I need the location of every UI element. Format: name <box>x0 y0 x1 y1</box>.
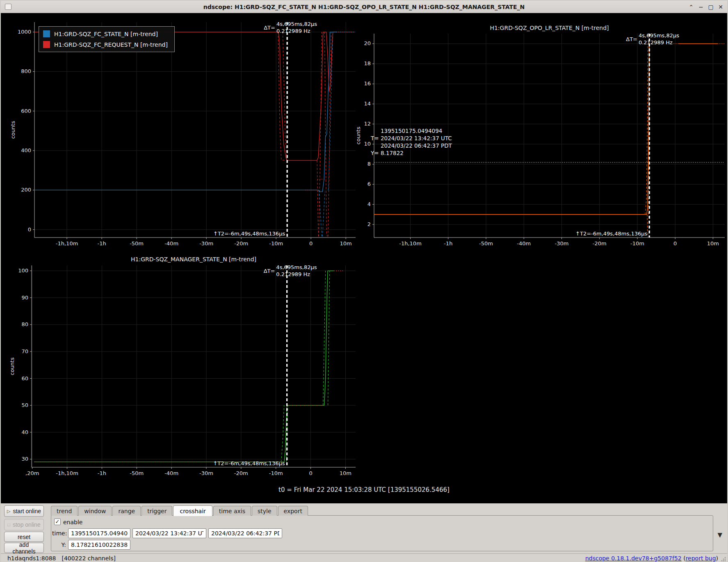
x-tick-label: -40m <box>164 470 178 476</box>
series-opo-env-l <box>645 44 648 215</box>
panel-collapse-arrow[interactable]: ▼ <box>717 531 722 539</box>
status-bar: h1daqnds1:8088 [400222 channels] ndscope… <box>1 553 727 562</box>
x-tick-label: -10m <box>269 240 283 247</box>
series-fc-req-env-c <box>317 160 318 236</box>
y-tick-label: 10 <box>364 141 371 147</box>
tab-window[interactable]: window <box>78 506 112 516</box>
close-window-icon[interactable]: ✕ <box>717 4 725 10</box>
series-fc-req-env-f <box>328 32 331 236</box>
legend-box[interactable]: H1:GRD-SQZ_FC_STATE_N [m-trend]H1:GRD-SQ… <box>39 26 175 52</box>
y-axis-label: counts <box>355 127 361 145</box>
legend-item: H1:GRD-SQZ_FC_STATE_N [m-trend] <box>43 30 168 37</box>
crosshair-gps-time: 1395150175.0494094 <box>381 127 442 135</box>
time-gps-field[interactable] <box>68 528 130 538</box>
tab-style[interactable]: style <box>252 506 277 516</box>
maximize-window-icon[interactable]: ▢ <box>707 4 715 10</box>
tab-trend[interactable]: trend <box>51 506 78 516</box>
window-title: ndscope: H1:GRD-SQZ_FC_STATE_N H1:GRD-SQ… <box>1 4 727 10</box>
series-fc-req-env-d <box>319 32 322 236</box>
reset-label: reset <box>18 534 30 540</box>
shade-window-icon[interactable]: ⌃ <box>687 4 695 10</box>
x-tick-label: -40m <box>164 240 178 247</box>
x-tick-label: -50m <box>130 240 144 247</box>
start-online-button[interactable]: ▷ start online <box>4 505 44 517</box>
plot-canvas-manager[interactable]: ,20m-1h,10m-1h-50m-40m-30m-20m-10m010m30… <box>1 255 362 501</box>
y-tick-label: 1000 <box>18 29 31 35</box>
tab-export[interactable]: export <box>278 506 308 516</box>
delta-t-value: 4s,695ms,82µs <box>276 264 317 271</box>
series-mgr-state <box>34 271 334 462</box>
add-channels-button[interactable]: add channels <box>4 543 44 553</box>
y-axis-label: counts <box>10 121 16 139</box>
plot-title-manager: H1:GRD-SQZ_MANAGER_STATE_N [m-trend] <box>32 256 356 263</box>
enable-label: enable <box>63 519 82 525</box>
legend-label: H1:GRD-SQZ_FC_REQUEST_N [m-trend] <box>54 41 168 48</box>
stop-icon: □ <box>7 522 10 527</box>
y-tick-label: 100 <box>18 267 28 274</box>
y-value-field[interactable] <box>68 540 130 550</box>
y-tick-label: 30 <box>21 456 28 462</box>
x-tick-label: -1h,10m <box>399 240 422 247</box>
add-channels-label: add channels <box>7 541 41 555</box>
time-label: time: <box>52 530 66 537</box>
enable-checkbox[interactable]: ✓ <box>54 519 61 525</box>
title-bar: ndscope: H1:GRD-SQZ_FC_STATE_N H1:GRD-SQ… <box>1 1 727 13</box>
y-tick-label: 18 <box>364 60 371 66</box>
x-tick-label: -30m <box>199 240 213 247</box>
x-tick-label: 0 <box>309 240 313 247</box>
version-link[interactable]: ndscope 0.18.1.dev78+g5087f52 <box>585 555 682 562</box>
report-bug-link[interactable]: report bug <box>686 555 716 562</box>
delta-t-label: ΔT= <box>264 25 275 31</box>
x-tick-label: ,20m <box>25 470 39 476</box>
x-tick-label: -1h,10m <box>56 470 78 476</box>
delta-f-value: 0.212989 Hz <box>276 271 317 278</box>
x-tick-label: -1h <box>444 240 452 247</box>
legend-swatch-0 <box>43 30 50 37</box>
y-tick-label: 600 <box>21 108 31 114</box>
y-tick-label: 8 <box>367 161 371 167</box>
series-mgr-env-d <box>328 271 330 405</box>
x-tick-label: -10m <box>269 470 283 476</box>
y-tick-label: 400 <box>21 147 31 153</box>
time-utc-field[interactable] <box>132 528 206 538</box>
x-tick-label: -20m <box>234 240 248 247</box>
t2-readout: ↑T2=-6m,49s,48ms,136µs <box>187 460 285 466</box>
y-tick-label: 60 <box>21 375 28 382</box>
y-tick-label: 800 <box>21 68 31 74</box>
y-tick-label: 0 <box>28 226 31 233</box>
y-tick-label: 14 <box>364 101 371 107</box>
x-tick-label: -10m <box>630 240 644 247</box>
reset-button[interactable]: reset <box>4 532 44 542</box>
bug-close-paren: ) <box>716 555 718 562</box>
x-tick-label: -30m <box>199 470 213 476</box>
tab-trigger[interactable]: trigger <box>141 506 172 516</box>
x-tick-label: -30m <box>555 240 569 247</box>
tab-crosshair[interactable]: crosshair <box>173 505 212 516</box>
resize-grip[interactable] <box>721 557 726 562</box>
minimize-window-icon[interactable]: − <box>697 4 705 10</box>
y-tick-label: 50 <box>21 402 28 408</box>
channel-count-label: [400222 channels] <box>62 555 116 562</box>
y-tick-label: 70 <box>21 348 28 354</box>
y-tick-label: 4 <box>367 201 371 207</box>
tab-time-axis[interactable]: time axis <box>213 506 251 516</box>
stop-online-button[interactable]: □ stop online <box>4 519 44 530</box>
delta-t-value: 4s,695ms,82µs <box>639 32 679 39</box>
plot-title-opo: H1:GRD-SQZ_OPO_LR_STATE_N [m-trend] <box>374 25 725 31</box>
x-tick-label: -20m <box>234 470 248 476</box>
app-icon <box>5 4 11 10</box>
y-tick-label: 16 <box>364 80 371 87</box>
x-tick-label: -50m <box>479 240 493 247</box>
y-tick-label: 20 <box>364 40 371 46</box>
crosshair-info-box: 1395150175.0494094T=2024/03/22 13:42:37 … <box>371 127 452 157</box>
play-icon: ▷ <box>7 509 10 514</box>
time-local-field[interactable] <box>208 528 282 538</box>
crosshair-local-time: 2024/03/22 06:42:37 PDT <box>381 142 452 149</box>
y-axis-label: counts <box>9 357 15 375</box>
tab-range[interactable]: range <box>112 506 141 516</box>
legend-item: H1:GRD-SQZ_FC_REQUEST_N [m-trend] <box>43 41 168 48</box>
delta-f-value: 0.212989 Hz <box>639 39 679 46</box>
legend-swatch-1 <box>43 41 50 48</box>
crosshair-panel: ✓ enable time: Y: <box>51 515 713 551</box>
delta-t-label: ΔT= <box>264 268 275 274</box>
